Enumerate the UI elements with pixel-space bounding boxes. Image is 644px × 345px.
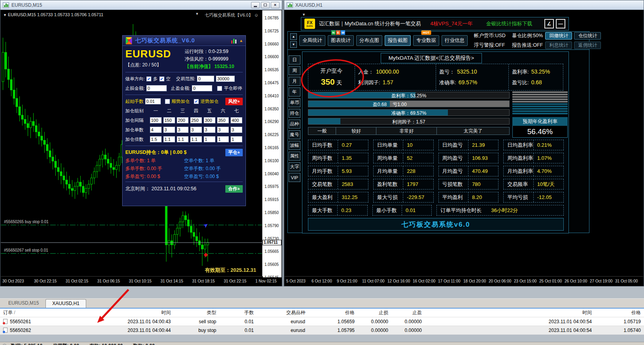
stats-sidebar: 日周月年单币持仓品种魔号波幅属性大字VIP (289, 55, 301, 184)
add-row-input[interactable] (217, 127, 229, 133)
trend-add-checkbox[interactable] (165, 99, 170, 104)
column-header[interactable]: 类型 (174, 309, 219, 316)
close-stop-checkbox[interactable] (217, 86, 222, 91)
take-profit-input[interactable] (192, 85, 212, 91)
minimize-panel-button[interactable]: — (556, 19, 565, 28)
add-row-input[interactable] (230, 117, 242, 123)
order-row[interactable]: 556502612023.11.01 04:00:43sell stop0.01… (0, 317, 644, 326)
stats-button-利息统计[interactable]: 利息统计 (545, 42, 572, 49)
sidebar-item-日[interactable]: 日 (289, 55, 300, 64)
scroll-up-button[interactable]: ▲ (290, 33, 297, 40)
counter-add-checkbox[interactable]: ✔ (194, 99, 199, 104)
stats-button-仓位统计[interactable]: 仓位统计 (574, 32, 601, 40)
column-header[interactable]: 交易品种 (257, 309, 308, 316)
add-row-input[interactable] (177, 127, 189, 133)
buy-stop-order-label: #55650265 buy stop 0.01 (4, 220, 49, 224)
add-row-input[interactable] (163, 127, 175, 133)
add-row-input[interactable] (217, 117, 229, 123)
column-header[interactable]: 订单 / (0, 309, 67, 316)
time-axis[interactable]: 5 Oct 20236 Oct 12:009 Oct 21:0011 Oct 0… (285, 276, 643, 286)
add-row-input[interactable] (190, 127, 202, 133)
toolbar-button-分布点图[interactable]: 分布点图 (356, 35, 382, 46)
column-header[interactable]: 止盈 (391, 309, 425, 316)
panel-header[interactable]: 七巧板交易系统_V6.0 ▲ (123, 36, 246, 46)
edit-icon-button[interactable]: ∠ (544, 19, 554, 28)
stop-loss-input[interactable] (146, 85, 167, 91)
column-header[interactable]: 时间 (425, 309, 595, 316)
add-row-input[interactable] (230, 127, 242, 133)
xauusd-chart-area[interactable]: ▼ FXDATA 迈汇数据｜MyfxData.cn 统计分析每一笔交易 4核VP… (285, 10, 643, 286)
add-row-input[interactable] (177, 117, 189, 123)
add-row-input[interactable] (150, 117, 162, 123)
indicator-download-link[interactable]: 金银比统计指标下载 (486, 20, 533, 27)
price-axis[interactable]: 1.05711 1.067851.067251.066601.066001.06… (262, 10, 281, 277)
close-button[interactable]: × (271, 2, 280, 8)
stat-label: 平均亏损 (504, 192, 533, 202)
sidebar-item-月[interactable]: 月 (289, 77, 300, 86)
collapse-icon[interactable]: ▲ (239, 38, 243, 43)
sidebar-item-单币[interactable]: 单币 (289, 98, 300, 107)
sidebar-item-周[interactable]: 周 (289, 66, 300, 75)
add-row-input[interactable] (190, 117, 202, 123)
add-row-input[interactable] (204, 127, 215, 133)
add-row-input[interactable] (177, 136, 189, 142)
sidebar-item-品种[interactable]: 品种 (289, 119, 300, 129)
minimize-button[interactable] (251, 2, 260, 8)
add-row-input[interactable] (230, 136, 242, 142)
eurusd-chart-area[interactable]: ➤◆ ▼ EURUSD,M15 1.05733 1.05733 1.05706 … (1, 10, 281, 286)
toolbar-button-专业数据[interactable]: 专业数据HOT (413, 35, 439, 46)
terminal-tab-XAUUSD,H1[interactable]: XAUUSD,H1 (45, 299, 86, 308)
toolbar-button-全局统计[interactable]: 全局统计 (299, 35, 325, 46)
column-header[interactable]: 止损 (358, 309, 391, 316)
add-row-input[interactable] (204, 136, 215, 142)
column-header[interactable]: 价格 (595, 309, 644, 316)
add-row-input[interactable] (150, 127, 162, 133)
titlebar-eurusd[interactable]: EURUSD,M15 × (0, 0, 282, 10)
toolbar-button-行业信息[interactable]: 行业信息 (442, 35, 468, 46)
stat-cell: 订单平均持仓时长36小时22分 (436, 205, 564, 216)
rating-cell: 太完美了 (437, 127, 510, 135)
stat-label: 最小手数 (373, 205, 402, 215)
range-max-input[interactable] (216, 76, 235, 82)
sidebar-item-魔号[interactable]: 魔号 (289, 130, 300, 139)
risk-control-button[interactable]: 风控+ (225, 98, 243, 105)
toolbar-button-报告截图[interactable]: 报告截图 (385, 35, 411, 46)
add-row-input[interactable] (217, 136, 229, 142)
bars-icon[interactable] (231, 38, 236, 44)
range-min-input[interactable] (197, 76, 214, 82)
add-row-input[interactable] (163, 136, 175, 142)
start-lots-input[interactable] (145, 98, 161, 104)
sidebar-item-年[interactable]: 年 (289, 87, 300, 97)
short-checkbox[interactable]: ✔ (159, 76, 164, 82)
sidebar-item-属性[interactable]: 属性 (289, 152, 300, 161)
svg-text:➤: ➤ (202, 221, 210, 229)
cooperation-button[interactable]: 合作+ (225, 185, 243, 193)
sidebar-item-VIP[interactable]: VIP (289, 173, 300, 182)
stats-button-回撤统计[interactable]: 回撤统计 (545, 32, 572, 40)
scroll-down-button[interactable]: ▼ (290, 41, 297, 48)
titlebar-xauusd[interactable]: XAUUSD,H1 (284, 0, 644, 10)
rating-cell: 较好 (336, 127, 376, 135)
restore-button[interactable] (261, 2, 270, 8)
column-header[interactable]: 时间 (67, 309, 174, 316)
order-row[interactable]: 556502622023.11.01 04:00:44buy stop0.01e… (0, 326, 644, 335)
sidebar-item-大字[interactable]: 大字 (289, 162, 300, 171)
add-row-input[interactable] (150, 136, 162, 142)
terminal-tab-EURUSD,M15[interactable]: EURUSD,M15 (2, 299, 45, 308)
add-row-input[interactable] (204, 117, 215, 123)
vps-ad-link[interactable]: 4核VPS_74元一年 (431, 20, 473, 27)
column-header[interactable]: 价格 (308, 309, 358, 316)
time-axis[interactable]: 30 Oct 202330 Oct 22:1531 Oct 02:1531 Oc… (1, 276, 263, 286)
stat-cell: 最小手数0.01 (372, 205, 432, 216)
column-header[interactable]: 手数 (219, 309, 257, 316)
summary-item: 入金：10000.00 (358, 68, 432, 76)
sidebar-item-持仓[interactable]: 持仓 (289, 109, 300, 118)
close-all-button[interactable]: 平仓+ (225, 149, 243, 156)
stats-button-返佣统计[interactable]: 返佣统计 (574, 42, 601, 49)
toolbar-button-图表统计[interactable]: 图表统计NEW (328, 35, 354, 46)
long-checkbox[interactable]: ✔ (146, 76, 151, 82)
add-row-input[interactable] (163, 117, 175, 123)
add-row-input[interactable] (190, 136, 202, 142)
price-axis-label: 1.06785 (264, 16, 279, 20)
sidebar-item-波幅[interactable]: 波幅 (289, 141, 300, 150)
